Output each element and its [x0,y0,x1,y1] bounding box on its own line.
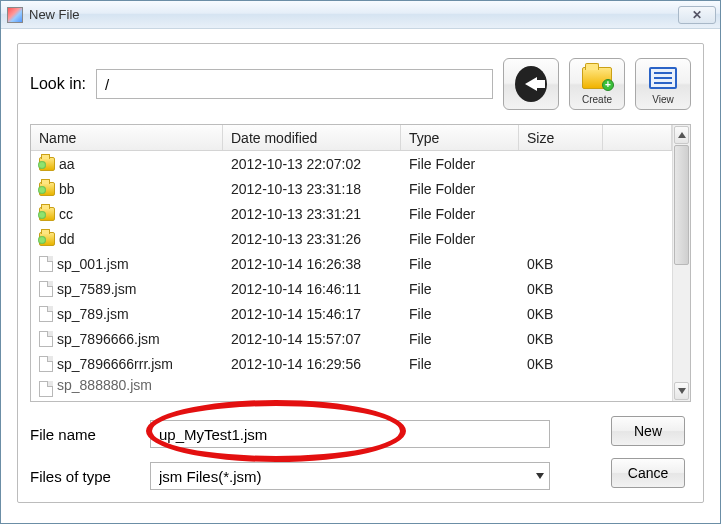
view-button-label: View [652,94,674,105]
create-button-label: Create [582,94,612,105]
file-icon [39,331,53,347]
new-button[interactable]: New [611,416,685,446]
view-list-icon [647,63,679,93]
file-size: 0KB [519,279,603,299]
folder-icon [39,207,55,221]
column-type[interactable]: Type [401,125,519,150]
table-row[interactable]: sp_7589.jsm2012-10-14 16:46:11File0KB [31,276,672,301]
back-button[interactable] [503,58,559,110]
chevron-up-icon [678,132,686,138]
filetype-row: Files of type [30,462,691,490]
file-name: sp_7896666.jsm [57,331,160,347]
file-type: File Folder [401,154,519,174]
table-row[interactable]: dd2012-10-13 23:31:26File Folder [31,226,672,251]
file-type: File Folder [401,204,519,224]
scrollbar[interactable] [672,125,690,401]
file-date: 2012-10-14 16:26:38 [223,254,401,274]
column-headers: Name Date modified Type Size [31,125,672,151]
scroll-thumb[interactable] [674,145,689,265]
filetype-combo[interactable] [150,462,550,490]
file-size: 0KB [519,329,603,349]
column-spacer [603,125,672,150]
top-row: Look in: + Create View [30,58,691,110]
table-row[interactable]: bb2012-10-13 23:31:18File Folder [31,176,672,201]
file-list: Name Date modified Type Size aa2012-10-1… [30,124,691,402]
chevron-down-icon [678,388,686,394]
file-name: bb [59,181,75,197]
file-name: sp_001.jsm [57,256,129,272]
file-date: 2012-10-13 23:31:18 [223,179,401,199]
filename-input[interactable] [150,420,550,448]
table-row[interactable]: sp_7896666.jsm2012-10-14 15:57:07File0KB [31,326,672,351]
create-button[interactable]: + Create [569,58,625,110]
file-size [519,212,603,216]
file-name: dd [59,231,75,247]
file-date: 2012-10-13 22:07:02 [223,154,401,174]
column-date[interactable]: Date modified [223,125,401,150]
folder-icon [39,157,55,171]
file-name: sp_789.jsm [57,306,129,322]
column-size[interactable]: Size [519,125,603,150]
file-type: File [401,254,519,274]
scroll-up-button[interactable] [674,126,689,144]
file-icon [39,281,53,297]
folder-icon [39,182,55,196]
bottom-panel: File name Files of type New Cance [30,420,691,490]
file-icon [39,306,53,322]
app-icon [7,7,23,23]
file-type: File [401,354,519,374]
file-size [519,237,603,241]
file-type: File [401,304,519,324]
file-size: 0KB [519,354,603,374]
file-name: sp_7589.jsm [57,281,136,297]
table-row[interactable]: cc2012-10-13 23:31:21File Folder [31,201,672,226]
filetype-dropdown-button[interactable] [532,466,548,486]
file-size [519,162,603,166]
back-icon [515,69,547,99]
cancel-button[interactable]: Cance [611,458,685,488]
look-in-input[interactable] [96,69,493,99]
column-name[interactable]: Name [31,125,223,150]
window-title: New File [29,7,678,22]
file-date: 2012-10-14 15:57:07 [223,329,401,349]
file-name: sp_888880.jsm [57,379,152,393]
table-row[interactable]: sp_7896666rrr.jsm2012-10-14 16:29:56File… [31,351,672,376]
file-date: 2012-10-13 23:31:21 [223,204,401,224]
view-button[interactable]: View [635,58,691,110]
dialog-content: Look in: + Create View [1,29,720,515]
file-date: 2012-10-14 16:29:56 [223,354,401,374]
scroll-track[interactable] [673,145,690,381]
scroll-down-button[interactable] [674,382,689,400]
file-date: 2012-10-14 15:46:17 [223,304,401,324]
filename-row: File name [30,420,691,448]
file-name: aa [59,156,75,172]
file-icon [39,356,53,372]
filename-label: File name [30,426,140,443]
filetype-input[interactable] [150,462,550,490]
table-row[interactable]: sp_888880.jsm2012-10-14 15:59:44File0KB [31,376,672,401]
titlebar: New File ✕ [1,1,720,29]
file-type: File [401,279,519,299]
chevron-down-icon [536,473,544,479]
file-date: 2012-10-14 16:46:11 [223,279,401,299]
window-close-button[interactable]: ✕ [678,6,716,24]
look-in-label: Look in: [30,75,86,93]
folder-create-icon: + [581,63,613,93]
file-name: sp_7896666rrr.jsm [57,356,173,372]
file-size: 0KB [519,254,603,274]
dialog-panel: Look in: + Create View [17,43,704,503]
file-icon [39,381,53,397]
file-type: File [401,329,519,349]
table-row[interactable]: sp_789.jsm2012-10-14 15:46:17File0KB [31,301,672,326]
file-type: File Folder [401,229,519,249]
close-icon: ✕ [692,8,702,22]
table-row[interactable]: sp_001.jsm2012-10-14 16:26:38File0KB [31,251,672,276]
file-size: 0KB [519,304,603,324]
folder-icon [39,232,55,246]
file-icon [39,256,53,272]
file-date: 2012-10-13 23:31:26 [223,229,401,249]
filetype-label: Files of type [30,468,140,485]
file-type: File Folder [401,179,519,199]
file-name: cc [59,206,73,222]
table-row[interactable]: aa2012-10-13 22:07:02File Folder [31,151,672,176]
